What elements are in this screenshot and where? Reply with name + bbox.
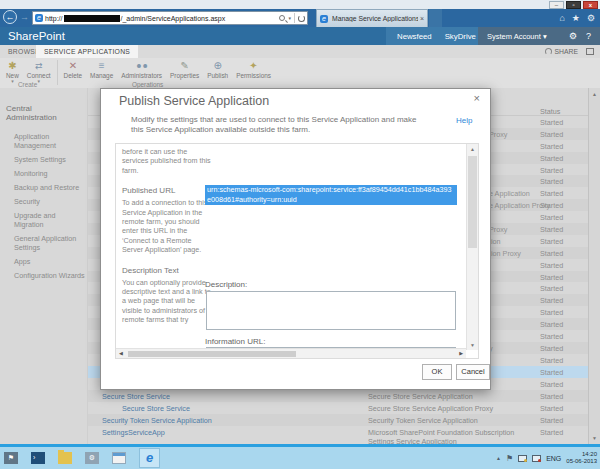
clock[interactable]: 14:2005-06-2013 <box>566 451 597 465</box>
sidebar-item-upgrade-and-migration[interactable]: Upgrade and Migration <box>14 211 85 229</box>
service-application-link[interactable]: Security Token Service Application <box>102 416 212 425</box>
language-indicator[interactable]: ENG <box>546 455 561 462</box>
suitebar-link-skydrive[interactable]: SkyDrive <box>445 32 476 41</box>
dialog-vertical-scrollbar[interactable]: ▲ ▼ <box>466 144 478 350</box>
minimize-button[interactable]: – <box>549 1 564 9</box>
ribbon-tab-service-applications[interactable]: SERVICE APPLICATIONS <box>36 45 138 58</box>
page-scrollbar[interactable]: ▲ ▼ <box>588 88 600 444</box>
settings-gear-icon[interactable]: ⚙ <box>587 12 595 24</box>
sharepoint-brand: SharePoint <box>8 27 65 45</box>
dialog-scroll-right-icon[interactable]: ▶ <box>459 350 463 356</box>
ribbon-publish-button[interactable]: ⊕Publish <box>203 59 232 80</box>
browser-tab[interactable]: e Manage Service Applications × <box>316 9 428 27</box>
ribbon-delete-button[interactable]: ✕Delete <box>60 59 86 80</box>
dialog-close-icon[interactable]: × <box>474 92 480 104</box>
alert-status-icon[interactable] <box>532 455 541 462</box>
row-status: Started <box>540 320 563 329</box>
powershell-icon[interactable]: › <box>31 452 45 464</box>
dialog-scroll-left-icon[interactable]: ◀ <box>119 350 123 356</box>
sidebar-item-system-settings[interactable]: System Settings <box>14 155 85 164</box>
close-window-button[interactable]: x <box>583 1 598 9</box>
account-area: System Account ▾ ⚙ ? <box>478 27 600 45</box>
ribbon-group-operations: Operations <box>132 81 163 88</box>
table-row[interactable]: Secure Store ServiceSecure Store Service… <box>88 390 588 402</box>
search-caret-icon[interactable]: ▾ <box>288 15 291 21</box>
taskbar: ⚑›⚙e ▲ ⚑ ENG 14:2005-06-2013 <box>0 447 600 469</box>
refresh-icon[interactable] <box>298 15 305 22</box>
ribbon-button-label: Administrators <box>121 72 162 79</box>
service-application-link[interactable]: Secure Store Service <box>102 392 170 401</box>
home-icon[interactable]: ⌂ <box>559 12 564 24</box>
description-textarea[interactable] <box>206 291 456 330</box>
service-application-link[interactable]: SettingsServiceApp <box>102 428 165 437</box>
tab-title: Manage Service Applications <box>332 15 418 22</box>
ok-button[interactable]: OK <box>422 364 452 380</box>
help-icon[interactable]: ? <box>586 31 591 41</box>
action-center-flag-icon[interactable]: ⚑ <box>506 454 513 463</box>
properties-icon: ✎ <box>180 60 188 72</box>
focus-on-content-icon[interactable] <box>586 48 594 55</box>
row-status: Started <box>540 392 563 401</box>
sidebar-item-backup-and-restore[interactable]: Backup and Restore <box>14 183 85 192</box>
new-icon: ✱ <box>8 60 16 72</box>
help-link[interactable]: Help <box>456 116 472 125</box>
ie-icon: e <box>146 450 153 465</box>
settings-gear-icon[interactable]: ⚙ <box>569 31 577 41</box>
sidebar-item-configuration-wizards[interactable]: Configuration Wizards <box>14 271 85 280</box>
sidebar-item-monitoring[interactable]: Monitoring <box>14 169 85 178</box>
administrators-icon: ☻☻ <box>135 60 148 72</box>
app-window-icon[interactable] <box>112 452 126 464</box>
publish-icon: ⊕ <box>213 60 221 72</box>
suitebar-link-newsfeed[interactable]: Newsfeed <box>397 32 432 41</box>
sidebar-item-security[interactable]: Security <box>14 197 85 206</box>
system-account-menu[interactable]: System Account ▾ <box>487 32 547 41</box>
tab-close-icon[interactable]: × <box>420 15 424 22</box>
ribbon-manage-button[interactable]: ≡Manage <box>86 59 117 80</box>
description-label: Description: <box>205 280 247 289</box>
ie-taskbar-button[interactable]: e <box>139 448 160 468</box>
service-application-link[interactable]: Secure Store Service <box>122 404 190 413</box>
tray-expand-icon[interactable]: ▲ <box>496 455 501 461</box>
network-status-icon[interactable] <box>518 455 527 462</box>
sidebar-item-general-application-settings[interactable]: General Application Settings <box>14 234 85 252</box>
row-status: Started <box>540 130 563 139</box>
scroll-down-icon[interactable]: ▼ <box>589 435 600 441</box>
dialog-scroll-up-icon[interactable]: ▲ <box>467 146 478 152</box>
ribbon-permissions-button[interactable]: ✦Permissions <box>232 59 275 80</box>
dialog-scroll-down-icon[interactable]: ▼ <box>467 342 478 348</box>
back-button[interactable]: ← <box>3 10 17 24</box>
cancel-button[interactable]: Cancel <box>456 364 490 380</box>
window-controls: – ▫ x <box>549 1 598 9</box>
table-row[interactable]: Secure Store ServiceSecure Store Service… <box>88 402 588 414</box>
admin-tools-icon[interactable]: ⚙ <box>85 452 99 464</box>
published-url-field[interactable]: urn:schemas-microsoft-com:sharepoint:ser… <box>205 185 457 205</box>
ribbon-properties-button[interactable]: ✎Properties <box>166 59 203 80</box>
ribbon-administrators-button[interactable]: ☻☻Administrators <box>117 59 166 80</box>
connect-icon: ⇄ <box>35 60 43 72</box>
maximize-button[interactable]: ▫ <box>566 1 581 9</box>
row-type-fragment: e Application <box>489 189 530 198</box>
new-tab-button[interactable] <box>429 9 442 27</box>
sidebar-item-apps[interactable]: Apps <box>14 257 85 266</box>
favorites-star-icon[interactable]: ★ <box>572 12 580 24</box>
row-status: Started <box>540 368 563 377</box>
manage-icon: ≡ <box>99 60 105 72</box>
share-button[interactable]: SHARE <box>545 45 578 58</box>
folder-icon[interactable] <box>58 452 72 464</box>
sidebar-item-application-management[interactable]: Application Management <box>14 132 85 150</box>
scroll-up-icon[interactable]: ▲ <box>589 91 600 97</box>
dialog-horizontal-scrollbar[interactable]: ◀ ▶ <box>116 348 466 358</box>
address-bar[interactable]: e http:///_admin/ServiceApplications.asp… <box>32 11 308 25</box>
server-manager-icon[interactable]: ⚑ <box>4 452 18 464</box>
row-status: Started <box>540 356 563 365</box>
table-rows-visible: Secure Store ServiceSecure Store Service… <box>88 390 588 447</box>
ribbon: ✱New▾⇄Connect▾✕Delete≡Manage☻☻Administra… <box>0 58 600 88</box>
table-row[interactable]: Security Token Service ApplicationSecuri… <box>88 414 588 426</box>
row-status: Started <box>540 237 563 246</box>
browser-titlebar: – ▫ x <box>0 0 600 9</box>
row-type: Secure Store Service Application Proxy <box>368 404 536 413</box>
sidebar-item-central-administration[interactable]: Central Administration <box>6 104 83 122</box>
search-icon[interactable] <box>279 15 285 21</box>
forward-button[interactable]: → <box>20 12 29 22</box>
system-tray: ▲ ⚑ ENG 14:2005-06-2013 <box>496 447 597 469</box>
